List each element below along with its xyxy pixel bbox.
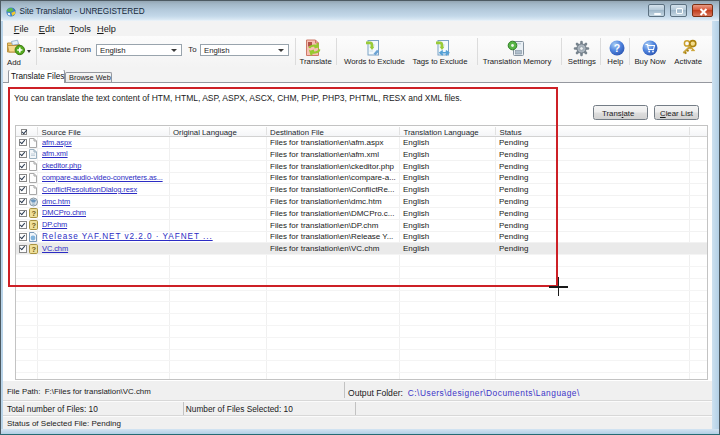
svg-text:?: ? bbox=[614, 42, 620, 54]
